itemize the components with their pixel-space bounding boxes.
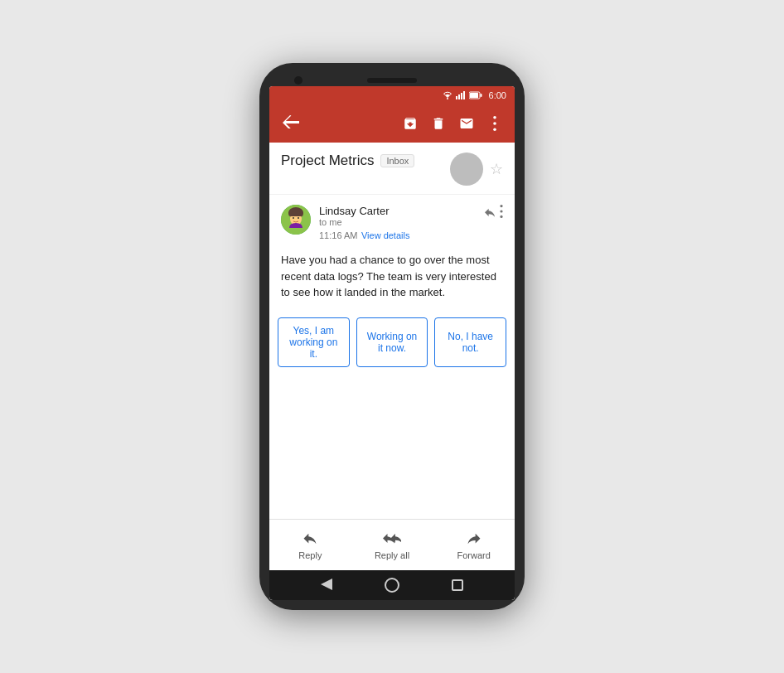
- reply-action-icon: [302, 530, 318, 549]
- reply-button[interactable]: Reply: [269, 525, 351, 565]
- svg-rect-1: [456, 96, 457, 99]
- sender-info: Lindsay Carter to me 11:16 AM View detai…: [319, 205, 409, 242]
- svg-point-17: [500, 210, 502, 212]
- phone-device: 6:00: [259, 63, 525, 610]
- svg-rect-4: [463, 91, 465, 99]
- archive-button[interactable]: [397, 110, 423, 137]
- nav-back-button[interactable]: [321, 579, 332, 593]
- app-bar-icons: [397, 110, 508, 137]
- camera: [294, 76, 302, 85]
- wifi-icon: [443, 91, 452, 99]
- svg-point-9: [493, 122, 496, 125]
- mark-unread-button[interactable]: [453, 110, 480, 137]
- sender-to: to me: [319, 217, 409, 227]
- forward-action-icon: [466, 530, 482, 549]
- reply-all-label: Reply all: [375, 550, 409, 560]
- status-time: 6:00: [489, 90, 506, 100]
- reply-all-button[interactable]: Reply all: [351, 525, 433, 565]
- email-body: Have you had a chance to go over the mos…: [269, 249, 515, 311]
- app-bar: [269, 104, 515, 143]
- smart-reply-2[interactable]: Working on it now.: [356, 317, 428, 367]
- svg-point-15: [298, 217, 299, 219]
- svg-point-14: [293, 217, 294, 219]
- signal-icon: [456, 91, 466, 99]
- inbox-badge: Inbox: [380, 154, 414, 167]
- svg-rect-2: [458, 94, 460, 99]
- delete-button[interactable]: [425, 110, 452, 137]
- time-details-row: 11:16 AM View details: [319, 227, 409, 242]
- star-button[interactable]: ☆: [490, 160, 503, 178]
- reply-icon-small[interactable]: [483, 206, 496, 220]
- email-header-actions: [483, 205, 503, 221]
- message-more-button[interactable]: [500, 205, 503, 221]
- svg-point-18: [500, 215, 502, 218]
- smart-reply-1[interactable]: Yes, I am working on it.: [278, 317, 350, 367]
- forward-label: Forward: [457, 550, 491, 560]
- smart-reply-3[interactable]: No, I have not.: [434, 317, 506, 367]
- subject-right: ☆: [450, 153, 503, 186]
- battery-icon: [469, 91, 482, 99]
- sender-name: Lindsay Carter: [319, 205, 409, 217]
- phone-top-bar: [269, 73, 515, 86]
- svg-point-16: [500, 205, 502, 207]
- email-header: Lindsay Carter to me 11:16 AM View detai…: [269, 195, 515, 249]
- bottom-actions-bar: Reply Reply all Forward: [269, 519, 515, 570]
- contact-avatar-placeholder: [450, 153, 483, 186]
- svg-point-10: [493, 128, 496, 131]
- reply-all-action-icon: [383, 530, 401, 549]
- reply-label: Reply: [298, 550, 322, 560]
- svg-marker-19: [321, 579, 332, 590]
- svg-point-0: [447, 98, 448, 99]
- nav-home-button[interactable]: [385, 578, 399, 593]
- email-message: Lindsay Carter to me 11:16 AM View detai…: [269, 195, 515, 519]
- send-time: 11:16 AM: [319, 230, 357, 240]
- email-subject-title: Project Metrics: [281, 153, 374, 169]
- svg-rect-3: [461, 93, 462, 99]
- smart-reply-area: Yes, I am working on it. Working on it n…: [269, 311, 515, 377]
- subject-area: Project Metrics Inbox ☆: [269, 143, 515, 195]
- status-icons: 6:00: [443, 90, 506, 100]
- view-details-link[interactable]: View details: [361, 230, 410, 240]
- subject-left: Project Metrics Inbox: [281, 153, 414, 169]
- more-options-button[interactable]: [482, 110, 508, 137]
- forward-button[interactable]: Forward: [433, 525, 515, 565]
- sender-avatar: [281, 205, 311, 235]
- status-bar: 6:00: [269, 86, 515, 104]
- nav-recents-button[interactable]: [452, 579, 463, 591]
- phone-screen: 6:00: [269, 86, 515, 600]
- android-nav-bar: [269, 570, 515, 600]
- sender-row: Lindsay Carter to me 11:16 AM View detai…: [281, 205, 409, 242]
- speaker: [367, 78, 417, 83]
- svg-rect-7: [470, 93, 478, 98]
- svg-rect-6: [480, 94, 482, 97]
- svg-point-8: [493, 116, 496, 119]
- back-button[interactable]: [276, 109, 306, 139]
